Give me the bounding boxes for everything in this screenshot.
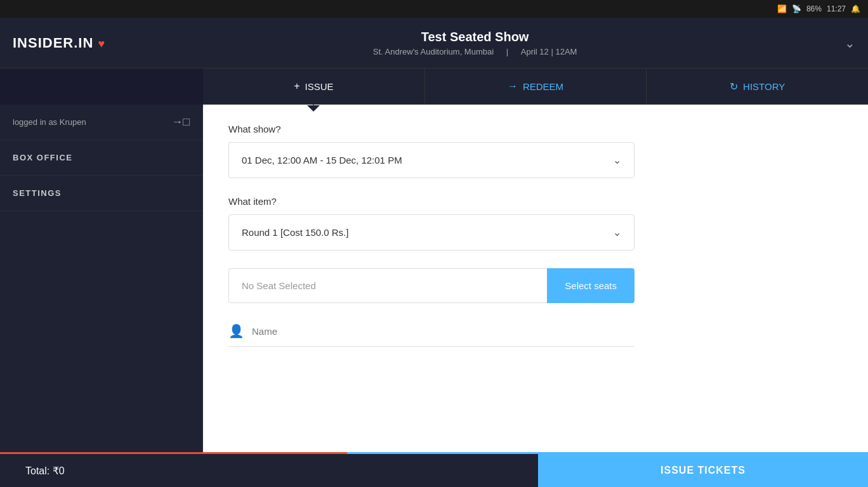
show-label: What show? <box>228 124 843 134</box>
logo: INSIDER.IN ♥ <box>13 35 105 51</box>
select-seats-button[interactable]: Select seats <box>547 268 635 303</box>
item-label: What item? <box>228 196 843 207</box>
show-section: What show? 01 Dec, 12:00 AM - 15 Dec, 12… <box>228 124 843 178</box>
show-dropdown[interactable]: 01 Dec, 12:00 AM - 15 Dec, 12:01 PM ⌄ <box>228 142 635 178</box>
bottom-bar: Total: ₹0 ISSUE TICKETS <box>0 454 868 487</box>
sidebar-item-settings[interactable]: SETTINGS <box>0 176 202 211</box>
tab-redeem[interactable]: → REDEEM <box>425 68 647 104</box>
tab-issue[interactable]: + ISSUE <box>203 68 425 104</box>
tab-redeem-label: REDEEM <box>523 81 563 92</box>
show-dropdown-value: 01 Dec, 12:00 AM - 15 Dec, 12:01 PM <box>242 155 402 166</box>
status-bar: 📶 📡 86% 11:27 🔔 <box>0 0 868 18</box>
logged-in-text: logged in as Krupen <box>13 117 86 127</box>
logo-heart: ♥ <box>98 37 105 50</box>
item-dropdown[interactable]: Round 1 [Cost 150.0 Rs.] ⌄ <box>228 214 635 250</box>
logged-in-bar: logged in as Krupen →□ <box>0 105 202 140</box>
chevron-down-icon[interactable]: ⌄ <box>845 36 855 51</box>
redeem-icon: → <box>508 81 518 92</box>
show-meta: St. Andrew's Auditorium, Mumbai | April … <box>368 47 582 56</box>
name-field[interactable] <box>252 326 635 337</box>
name-input-row: 👤 <box>228 316 635 347</box>
battery-level: 86% <box>806 4 822 13</box>
show-info: Test Seated Show St. Andrew's Auditorium… <box>368 30 582 56</box>
network-icon: 📶 <box>777 4 787 13</box>
clock: 11:27 <box>827 4 846 13</box>
show-title: Test Seated Show <box>368 30 582 44</box>
nav-tabs: + ISSUE → REDEEM ↻ HISTORY <box>203 68 868 105</box>
no-seat-display: No Seat Selected <box>228 268 547 303</box>
show-date: April 12 | 12AM <box>521 47 577 56</box>
tab-history[interactable]: ↻ HISTORY <box>647 68 868 104</box>
sidebar: logged in as Krupen →□ BOX OFFICE SETTIN… <box>0 105 203 455</box>
wifi-icon: 📡 <box>792 4 801 13</box>
chevron-down-icon: ⌄ <box>613 226 621 238</box>
total-label: Total: ₹0 <box>25 465 65 477</box>
person-icon: 👤 <box>228 323 244 339</box>
seat-row: No Seat Selected Select seats <box>228 268 635 303</box>
sidebar-item-boxoffice[interactable]: BOX OFFICE <box>0 140 202 176</box>
no-seat-text: No Seat Selected <box>242 280 316 291</box>
item-section: What item? Round 1 [Cost 150.0 Rs.] ⌄ <box>228 196 843 250</box>
active-indicator <box>307 105 320 112</box>
issue-tickets-button[interactable]: ISSUE TICKETS <box>538 454 868 487</box>
main-layout: logged in as Krupen →□ BOX OFFICE SETTIN… <box>0 105 868 455</box>
history-icon: ↻ <box>730 81 738 93</box>
tab-issue-label: ISSUE <box>305 81 334 92</box>
chevron-down-icon: ⌄ <box>613 154 621 166</box>
tab-history-label: HISTORY <box>743 81 785 92</box>
show-venue: St. Andrew's Auditorium, Mumbai <box>373 47 494 56</box>
issue-icon: + <box>294 81 299 92</box>
total-section: Total: ₹0 <box>0 454 538 487</box>
content-area: What show? 01 Dec, 12:00 AM - 15 Dec, 12… <box>203 105 868 455</box>
alarm-icon: 🔔 <box>851 4 860 13</box>
item-dropdown-value: Round 1 [Cost 150.0 Rs.] <box>242 227 348 238</box>
logout-icon[interactable]: →□ <box>171 115 190 129</box>
top-header: INSIDER.IN ♥ Test Seated Show St. Andrew… <box>0 18 868 68</box>
